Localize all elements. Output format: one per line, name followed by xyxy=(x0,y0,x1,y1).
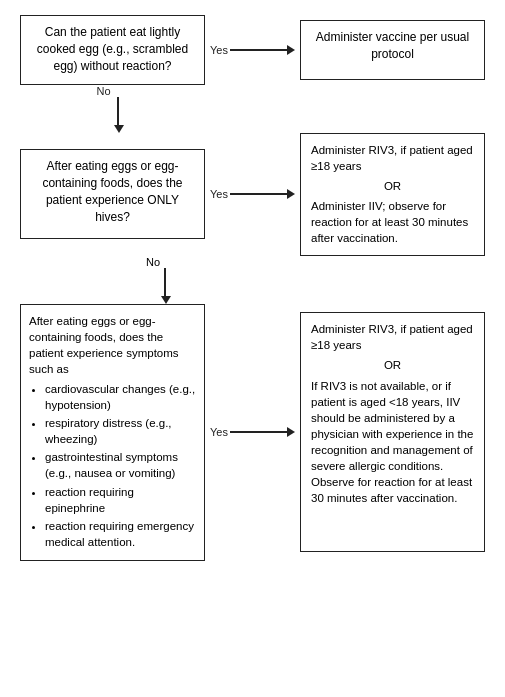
question-2: After eating eggs or egg-containing food… xyxy=(20,149,205,239)
yes-label-3: Yes xyxy=(210,426,228,438)
answer-1: Administer vaccine per usual protocol xyxy=(300,20,485,80)
yes-label-1: Yes xyxy=(210,44,228,56)
symptom-5: reaction requiring emergency medical att… xyxy=(45,518,196,550)
symptom-1: cardiovascular changes (e.g., hypotensio… xyxy=(45,381,196,413)
question-1: Can the patient eat lightly cooked egg (… xyxy=(20,15,205,85)
no-label-1: No xyxy=(97,85,111,97)
symptom-4: reaction requiring epinephrine xyxy=(45,484,196,516)
answer-3: Administer RIV3, if patient aged ≥18 yea… xyxy=(300,312,485,552)
symptom-2: respiratory distress (e.g., wheezing) xyxy=(45,415,196,447)
flowchart: Can the patient eat lightly cooked egg (… xyxy=(15,15,490,561)
question-3: After eating eggs or egg-containing food… xyxy=(20,304,205,561)
answer-2: Administer RIV3, if patient aged ≥18 yea… xyxy=(300,133,485,256)
yes-label-2: Yes xyxy=(210,188,228,200)
symptom-3: gastrointestinal symptoms (e.g., nausea … xyxy=(45,449,196,481)
no-label-2: No xyxy=(146,256,160,268)
symptoms-list: cardiovascular changes (e.g., hypotensio… xyxy=(29,381,196,550)
